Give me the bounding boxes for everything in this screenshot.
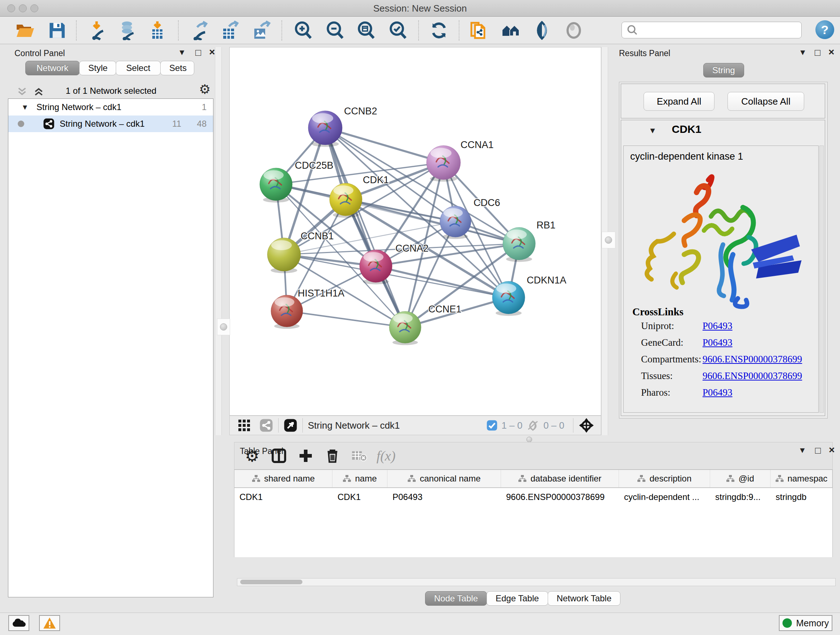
zoom-in-button[interactable] (292, 19, 315, 41)
tab-edge-table[interactable]: Edge Table (486, 591, 548, 606)
collapse-all-button[interactable]: Collapse All (728, 92, 804, 111)
table-cell[interactable]: P06493 (387, 488, 501, 506)
node-CDKN1A[interactable]: CDKN1A (493, 275, 567, 316)
node-RB1[interactable]: RB1 (503, 220, 556, 262)
network-canvas[interactable]: CCNB2CCNA1CDC25BCDK1CDC6RB1CCNB1CCNA2CDK… (229, 47, 601, 416)
scrollbar-thumb[interactable] (240, 580, 302, 584)
refresh-layout-button[interactable] (428, 19, 451, 41)
edge-CCNA2-CDKN1A[interactable] (376, 266, 508, 298)
results-panel-float-icon[interactable]: □ (815, 47, 821, 58)
right-splitter-handle[interactable] (602, 232, 615, 249)
column-header-description[interactable]: description (619, 470, 710, 487)
fx-icon: f(x) (377, 448, 396, 464)
crosslink-link[interactable]: P06493 (703, 337, 733, 348)
node-CCNE1[interactable]: CCNE1 (389, 304, 462, 345)
control-panel-close-icon[interactable]: × (209, 46, 215, 58)
node-CCNB1[interactable]: CCNB1 (267, 231, 334, 273)
expand-all-button[interactable]: Expand All (644, 92, 714, 111)
export-image-button[interactable] (249, 19, 273, 41)
network-collection-row[interactable]: ▼ String Network – cdk1 1 (8, 99, 213, 116)
tab-node-table[interactable]: Node Table (425, 591, 487, 606)
node-CDC6[interactable]: CDC6 (440, 197, 500, 239)
selected-checkbox-icon[interactable] (486, 420, 498, 431)
expand-all-icon[interactable] (33, 86, 44, 97)
tab-network[interactable]: Network (25, 61, 80, 75)
results-panel-close-icon[interactable]: × (829, 46, 834, 58)
node-HIST1H1A[interactable]: HIST1H1A (271, 288, 344, 329)
crosslink-link[interactable]: 9606.ENSP00000378699 (703, 354, 802, 365)
crosslink-link[interactable]: 9606.ENSP00000378699 (703, 371, 802, 382)
table-panel-collapse-icon[interactable]: ▼ (798, 446, 806, 455)
results-panel-collapse-icon[interactable]: ▼ (799, 48, 807, 57)
tab-sets[interactable]: Sets (160, 61, 194, 75)
collapse-all-icon[interactable] (17, 86, 27, 97)
pan-crosshair-icon[interactable] (578, 417, 594, 433)
control-panel-collapse-icon[interactable]: ▼ (178, 48, 186, 57)
zoom-out-button[interactable] (324, 19, 347, 41)
table-panel-float-icon[interactable]: □ (815, 445, 821, 456)
gear-icon[interactable]: ⚙ (199, 82, 210, 97)
search-field[interactable] (622, 22, 802, 38)
toolbar-separator (573, 418, 573, 432)
import-table-from-file-button[interactable] (146, 19, 169, 41)
save-session-button[interactable] (46, 19, 69, 41)
column-header-database-identifier[interactable]: database identifier (501, 470, 619, 487)
tab-network-table[interactable]: Network Table (548, 591, 621, 606)
open-session-button[interactable] (14, 19, 37, 41)
import-network-from-database-button[interactable] (116, 19, 139, 41)
table-panel-close-icon[interactable]: × (829, 444, 835, 456)
node-CCNA1[interactable]: CCNA1 (426, 139, 494, 182)
node-label-CCNB1: CCNB1 (301, 231, 334, 241)
left-splitter[interactable] (215, 47, 222, 435)
help-button[interactable]: ? (815, 20, 834, 39)
warning-icon (43, 617, 57, 629)
cloud-status-button[interactable] (8, 615, 29, 631)
import-network-from-file-button[interactable] (86, 19, 109, 41)
tree-expander-icon[interactable]: ▼ (21, 103, 28, 111)
delete-table-button[interactable] (346, 449, 373, 462)
search-input[interactable] (641, 25, 797, 35)
results-scrollbar[interactable] (819, 146, 824, 413)
zoom-fit-button[interactable] (355, 19, 378, 41)
table-row[interactable]: CDK1CDK1P064939606.ENSP00000378699cyclin… (234, 488, 832, 506)
delete-column-button[interactable] (319, 448, 346, 463)
edge-HIST1H1A-CCNE1[interactable] (287, 311, 405, 327)
column-header-canonical-name[interactable]: canonical name (387, 470, 501, 487)
hide-glasses-button[interactable] (531, 19, 554, 41)
column-header--id[interactable]: @id (710, 470, 771, 487)
tab-string[interactable]: String (703, 63, 744, 78)
export-network-button[interactable] (188, 19, 211, 41)
share-view-icon[interactable] (259, 418, 273, 432)
zoom-selected-button[interactable] (386, 19, 409, 41)
bottom-splitter-handle[interactable] (526, 437, 532, 442)
crosslink-link[interactable]: P06493 (703, 387, 733, 398)
birdseye-view-icon[interactable] (284, 418, 297, 432)
column-header-name[interactable]: name (332, 470, 387, 487)
column-header-namespac[interactable]: namespac (771, 470, 832, 487)
copy-network-button[interactable] (467, 19, 491, 41)
protein-card-expander-icon[interactable]: ▼ (649, 126, 657, 135)
column-header-shared-name[interactable]: shared name (234, 470, 332, 487)
table-cell[interactable]: cyclin-dependent ... (619, 488, 710, 506)
table-horizontal-scrollbar[interactable] (237, 578, 836, 586)
warnings-button[interactable] (39, 615, 60, 631)
left-splitter-handle[interactable] (217, 318, 230, 335)
add-column-button[interactable] (292, 448, 319, 463)
table-cell[interactable]: CDK1 (332, 488, 387, 506)
function-builder-button[interactable]: f(x) (373, 448, 399, 464)
table-cell[interactable]: 9606.ENSP00000378699 (501, 488, 619, 506)
network-label: String Network – cdk1 (60, 119, 145, 129)
network-row[interactable]: String Network – cdk1 11 48 (8, 116, 213, 132)
grid-view-icon[interactable] (238, 419, 251, 432)
home-networks-button[interactable] (499, 19, 523, 41)
memory-button[interactable]: Memory (779, 615, 832, 631)
show-eye-button[interactable] (562, 19, 585, 41)
table-cell[interactable]: CDK1 (234, 488, 332, 506)
tab-style[interactable]: Style (79, 61, 116, 75)
tab-select[interactable]: Select (116, 61, 161, 75)
export-table-button[interactable] (218, 19, 242, 41)
table-cell[interactable]: stringdb:9... (710, 488, 771, 506)
table-cell[interactable]: stringdb (771, 488, 832, 506)
crosslink-link[interactable]: P06493 (703, 320, 733, 332)
control-panel-float-icon[interactable]: □ (195, 47, 201, 58)
